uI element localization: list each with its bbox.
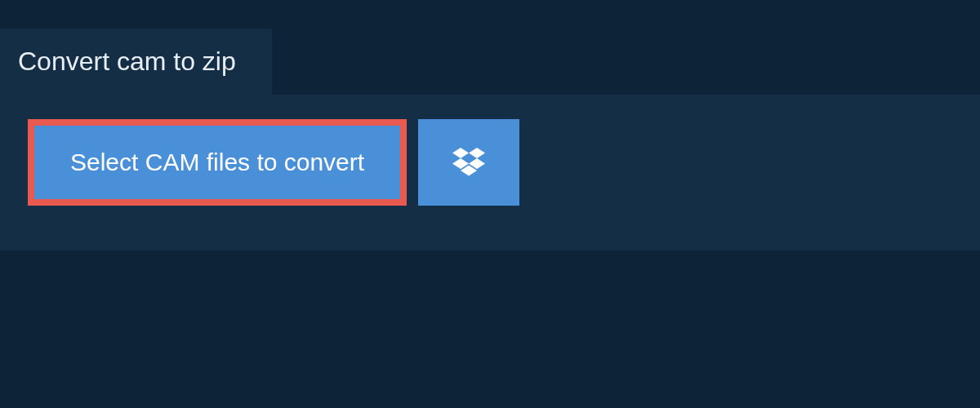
select-files-label: Select CAM files to convert <box>70 149 364 176</box>
dropbox-button[interactable] <box>418 119 519 206</box>
dropbox-icon <box>452 148 485 177</box>
conversion-panel: Select CAM files to convert <box>0 95 980 251</box>
tab-title: Convert cam to zip <box>18 47 236 77</box>
button-row: Select CAM files to convert <box>28 119 952 206</box>
tab-header: Convert cam to zip <box>0 29 272 95</box>
select-files-button[interactable]: Select CAM files to convert <box>28 119 407 206</box>
